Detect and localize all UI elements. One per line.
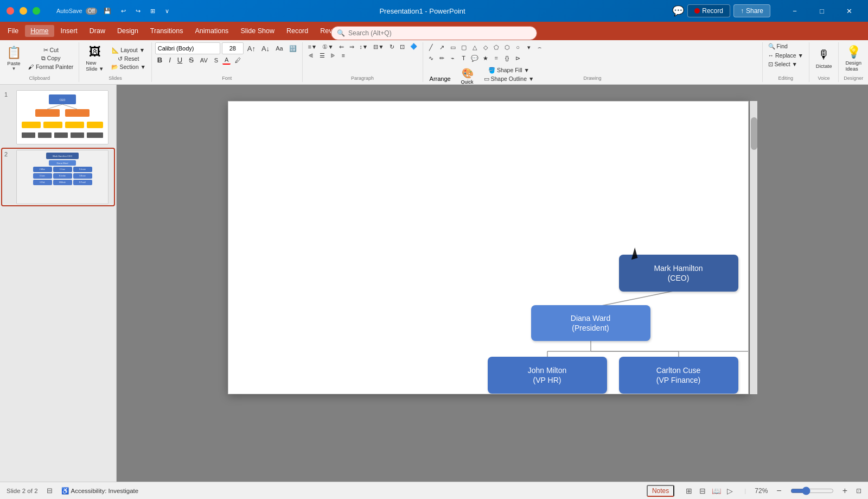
maximize-window-button[interactable]: □: [809, 2, 834, 20]
char-spacing-button[interactable]: AV: [198, 56, 210, 64]
shape-callout[interactable]: 💬: [470, 53, 480, 63]
org-box-ceo[interactable]: Mark Hamilton (CEO): [619, 255, 738, 292]
shape-round-rect[interactable]: ▢: [459, 42, 469, 52]
menu-file[interactable]: File: [2, 25, 24, 37]
menu-draw[interactable]: Draw: [84, 25, 111, 37]
shape-pentagon[interactable]: ⬠: [492, 42, 501, 52]
menu-design[interactable]: Design: [112, 25, 144, 37]
shape-fill-button[interactable]: 🪣 Shape Fill ▼: [486, 66, 532, 74]
section-button[interactable]: 📂 Section ▼: [109, 63, 148, 71]
slide-thumb-2[interactable]: 2 Mark Hamilton CEO Diana Ward J.Milton …: [2, 149, 114, 205]
shape-connector[interactable]: ⌁: [448, 53, 458, 63]
font-color-button[interactable]: A: [222, 56, 231, 65]
shape-brace[interactable]: {}: [502, 53, 512, 63]
dictate-button[interactable]: 🎙 Dictate: [813, 46, 835, 71]
comments-button[interactable]: 💬: [672, 5, 684, 17]
align-center-button[interactable]: ☰: [317, 52, 327, 59]
align-right-button[interactable]: ⫸: [328, 52, 339, 59]
canvas-area[interactable]: Mark Hamilton (CEO) Diana Ward (Presiden…: [117, 85, 868, 482]
presenter-view-button[interactable]: ⊞: [147, 7, 158, 16]
maximize-traffic-light[interactable]: [33, 7, 40, 15]
paste-button[interactable]: 📋 Paste ▼: [3, 43, 24, 73]
shape-freeform[interactable]: ✏: [437, 53, 447, 63]
copy-button[interactable]: ⧉ Copy: [39, 54, 62, 62]
underline-button[interactable]: U: [175, 55, 184, 65]
format-painter-button[interactable]: 🖌 Format Painter: [26, 63, 75, 71]
shape-line[interactable]: ╱: [426, 42, 436, 52]
cut-button[interactable]: ✂ Cut: [41, 46, 61, 54]
menu-transitions[interactable]: Transitions: [145, 25, 189, 37]
scroll-thumb[interactable]: [751, 117, 757, 150]
italic-button[interactable]: I: [167, 55, 173, 65]
shape-curve[interactable]: ∿: [426, 53, 436, 63]
menu-record[interactable]: Record: [281, 25, 314, 37]
minimize-window-button[interactable]: −: [782, 2, 807, 20]
bullet-list-button[interactable]: ≡▼: [306, 43, 320, 50]
align-left-button[interactable]: ⫷: [306, 52, 316, 59]
decrease-indent-button[interactable]: ⇐: [337, 43, 346, 50]
highlight-color-button[interactable]: 🖊: [233, 56, 243, 64]
replace-button[interactable]: ↔ Replace ▼: [766, 52, 806, 59]
org-box-president[interactable]: Diana Ward (President): [531, 305, 650, 341]
reset-button[interactable]: ↺ Reset: [116, 55, 141, 62]
columns-button[interactable]: ⊟▼: [371, 43, 386, 50]
shape-arc[interactable]: ⌢: [535, 42, 545, 52]
minimize-traffic-light[interactable]: [20, 7, 27, 15]
close-traffic-light[interactable]: [7, 7, 14, 15]
smartart-button[interactable]: 🔷: [408, 42, 419, 50]
increase-indent-button[interactable]: ⇒: [347, 43, 356, 50]
grow-font-button[interactable]: A↑: [245, 44, 258, 53]
reading-view-button[interactable]: 📖: [710, 485, 722, 497]
menu-insert[interactable]: Insert: [55, 25, 83, 37]
slideshow-button[interactable]: ▷: [724, 485, 736, 497]
align-text-button[interactable]: ⊡: [398, 43, 407, 50]
record-title-button[interactable]: Record: [687, 4, 730, 17]
shape-more[interactable]: ▾: [524, 42, 534, 52]
text-direction-button[interactable]: ↻: [387, 43, 397, 50]
org-box-vp2[interactable]: Carlton Cuse (VP Finance): [619, 357, 738, 394]
layout-button[interactable]: 📐 Layout ▼: [110, 46, 147, 54]
zoom-out-button[interactable]: −: [776, 486, 781, 496]
select-button[interactable]: ⊡ Select ▼: [766, 60, 800, 68]
search-bar[interactable]: 🔍: [331, 26, 537, 40]
new-slide-button[interactable]: 🖼 NewSlide ▼: [82, 43, 107, 74]
line-spacing-button[interactable]: ↕▼: [358, 43, 371, 50]
shape-hexagon[interactable]: ⬡: [502, 42, 512, 52]
menu-home[interactable]: Home: [25, 25, 54, 37]
shape-star[interactable]: ★: [481, 53, 490, 63]
menu-animations[interactable]: Animations: [190, 25, 234, 37]
share-button[interactable]: ↑ Share: [733, 4, 770, 17]
shape-eq[interactable]: =: [492, 53, 501, 63]
shape-circle[interactable]: ○: [513, 42, 523, 52]
zoom-slider[interactable]: [790, 487, 834, 495]
redo-button[interactable]: ↪: [132, 7, 144, 16]
autosave-toggle[interactable]: Off: [86, 8, 97, 15]
shrink-font-button[interactable]: A↓: [259, 44, 272, 53]
save-button[interactable]: 💾: [100, 7, 114, 16]
menu-slideshow[interactable]: Slide Show: [235, 25, 280, 37]
shape-arrow[interactable]: ↗: [437, 42, 447, 52]
shape-diamond[interactable]: ◇: [481, 42, 490, 52]
font-name-input[interactable]: [155, 42, 220, 54]
bold-button[interactable]: B: [155, 55, 164, 65]
shape-rect[interactable]: ▭: [448, 42, 458, 52]
more-qa-button[interactable]: ∨: [162, 7, 173, 16]
slide-thumb-1[interactable]: 1 CEO: [2, 89, 114, 146]
design-ideas-button[interactable]: 💡 DesignIdeas: [842, 43, 865, 74]
shape-chevron[interactable]: ⊳: [513, 53, 523, 63]
clear-format-button[interactable]: Aa: [273, 45, 285, 52]
undo-button[interactable]: ↩: [118, 7, 129, 16]
org-box-vp1[interactable]: John Milton (VP HR): [488, 357, 607, 394]
slide-thumbnail-button[interactable]: ⊟: [47, 487, 53, 495]
numbered-list-button[interactable]: ①▼: [320, 43, 335, 50]
fit-slide-button[interactable]: ⊡: [856, 487, 861, 495]
slide-sorter-button[interactable]: ⊟: [697, 485, 709, 497]
vertical-scrollbar[interactable]: [750, 101, 757, 394]
font-size-input[interactable]: [222, 42, 244, 54]
accessibility-button[interactable]: ♿ Accessibility: Investigate: [61, 487, 139, 495]
normal-view-button[interactable]: ⊞: [683, 485, 695, 497]
search-input[interactable]: [348, 29, 531, 37]
find-button[interactable]: 🔍 Find: [766, 42, 790, 50]
close-window-button[interactable]: ✕: [837, 2, 861, 20]
zoom-in-button[interactable]: +: [843, 486, 847, 496]
